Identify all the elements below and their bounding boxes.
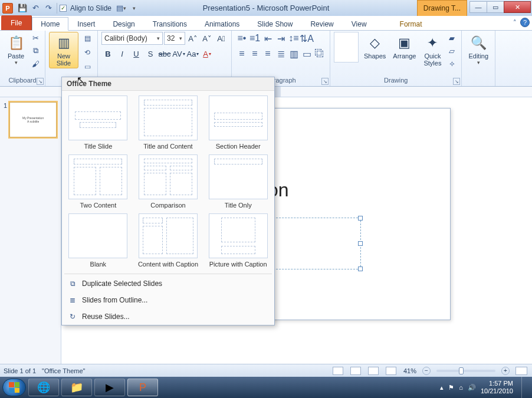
change-case-icon[interactable]: Aa▾ [186, 47, 199, 60]
decrease-indent-icon[interactable]: ⇤ [261, 32, 274, 45]
copy-icon[interactable]: ⧉ [29, 45, 41, 57]
tab-animations[interactable]: Animations [196, 17, 248, 31]
drawing-launcher-icon[interactable]: ↘ [453, 78, 460, 85]
sorter-view-icon[interactable] [350, 367, 361, 375]
quick-styles-button[interactable]: ✦ Quick Styles [420, 32, 445, 68]
shrink-font-icon[interactable]: A˅ [201, 32, 214, 45]
save-icon[interactable]: 💾 [17, 2, 28, 14]
app-icon[interactable]: P [2, 3, 13, 14]
thumbnail[interactable]: My Presentation A subtitle [9, 102, 57, 137]
align-center-icon[interactable]: ≡ [248, 47, 261, 60]
slides-panel[interactable]: 1 My Presentation A subtitle [0, 97, 61, 377]
redo-icon[interactable]: ↷ [42, 2, 54, 14]
layout-title-and-content[interactable]: Title and Content [137, 96, 200, 150]
minimize-button[interactable]: — [469, 1, 487, 13]
bullets-icon[interactable]: ≡• [235, 32, 248, 45]
paste-button[interactable]: 📋 Paste ▾ [4, 32, 28, 67]
justify-icon[interactable]: ≣ [274, 47, 287, 60]
taskbar-ie-icon[interactable]: 🌐 [28, 379, 59, 396]
help-icon[interactable]: ? [520, 18, 530, 27]
numbering-icon[interactable]: ≡1 [248, 32, 261, 45]
tray-flag-icon[interactable]: ⚑ [448, 384, 454, 392]
align-to-slide-checkbox[interactable]: ✓ [60, 5, 67, 12]
clear-format-icon[interactable]: A⃠ [215, 32, 228, 45]
layout-title-slide[interactable]: Title Slide [67, 96, 130, 150]
tab-home[interactable]: Home [32, 17, 68, 31]
shape-outline-icon[interactable]: ▱ [446, 45, 458, 57]
char-spacing-icon[interactable]: AV▾ [172, 47, 185, 60]
zoom-slider-thumb[interactable] [459, 367, 464, 374]
reading-view-icon[interactable] [368, 367, 379, 375]
qat-customize-icon[interactable]: ▾ [128, 2, 140, 14]
layout-blank[interactable]: Blank [67, 213, 130, 268]
align-left-icon[interactable]: ≡ [235, 47, 248, 60]
tray-volume-icon[interactable]: 🔊 [468, 384, 476, 392]
undo-icon[interactable]: ↶ [29, 2, 41, 14]
normal-view-icon[interactable] [333, 367, 343, 375]
close-button[interactable]: ✕ [504, 1, 531, 13]
tray-show-hidden-icon[interactable]: ▴ [440, 384, 444, 392]
tab-review[interactable]: Review [301, 17, 342, 31]
tab-slideshow[interactable]: Slide Show [248, 17, 301, 31]
shape-effects-icon[interactable]: ✧ [446, 58, 458, 70]
menu-duplicate-slides[interactable]: ⧉ Duplicate Selected Slides [62, 275, 274, 292]
selection-handle[interactable] [358, 216, 363, 221]
minimize-ribbon-icon[interactable]: ˄ [513, 19, 517, 27]
paragraph-launcher-icon[interactable]: ↘ [321, 78, 329, 85]
format-painter-icon[interactable]: 🖌 [29, 58, 41, 70]
tab-design[interactable]: Design [104, 17, 143, 31]
clipboard-launcher-icon[interactable]: ↘ [37, 78, 44, 85]
maximize-button[interactable]: ▭ [487, 1, 504, 13]
layout-title-only[interactable]: Title Only [206, 154, 270, 209]
text-direction-icon[interactable]: ⇅A [300, 32, 313, 45]
columns-icon[interactable]: ▥ [287, 47, 300, 60]
layout-icon[interactable]: ▤ [81, 32, 94, 45]
shapes-gallery[interactable] [334, 32, 359, 63]
tray-clock[interactable]: 1:57 PM 10/21/2010 [481, 380, 513, 395]
taskbar-media-icon[interactable]: ▶ [94, 379, 125, 396]
section-icon[interactable]: ▭ [81, 60, 94, 73]
layout-content-with-caption[interactable]: Content with Caption [137, 213, 200, 268]
slide-thumbnail-1[interactable]: 1 My Presentation A subtitle [4, 102, 57, 137]
zoom-slider[interactable] [436, 370, 495, 372]
show-desktop-button[interactable] [521, 377, 527, 398]
tab-format[interactable]: Format [391, 17, 431, 31]
taskbar-explorer-icon[interactable]: 📁 [61, 379, 92, 396]
fit-to-window-icon[interactable] [515, 367, 527, 375]
shapes-button[interactable]: ◇ Shapes [361, 32, 389, 61]
line-spacing-icon[interactable]: ↕≡ [287, 32, 300, 45]
font-size-combo[interactable]: 32 ▾ [164, 32, 185, 45]
layout-two-content[interactable]: Two Content [67, 154, 130, 209]
zoom-out-button[interactable]: − [422, 367, 431, 375]
align-dropdown-icon[interactable]: ▤▾ [115, 2, 127, 14]
font-color-icon[interactable]: A▾ [201, 47, 214, 60]
layout-section-header[interactable]: Section Header [206, 96, 270, 150]
layout-comparison[interactable]: Comparison [137, 154, 200, 209]
smartart-icon[interactable]: ⿻ [313, 47, 326, 60]
reset-icon[interactable]: ⟲ [81, 46, 94, 59]
grow-font-icon[interactable]: A˄ [186, 32, 199, 45]
menu-slides-from-outline[interactable]: ≣ Slides from Outline... [62, 292, 274, 308]
slideshow-view-icon[interactable] [386, 367, 396, 375]
arrange-button[interactable]: ▣ Arrange [390, 32, 419, 61]
italic-button[interactable]: I [116, 47, 129, 60]
align-text-icon[interactable]: ▭ [300, 47, 313, 60]
menu-reuse-slides[interactable]: ↻ Reuse Slides... [62, 308, 274, 325]
start-button[interactable] [2, 379, 26, 396]
tab-file[interactable]: File [1, 15, 32, 30]
bold-button[interactable]: B [101, 47, 114, 60]
editing-button[interactable]: 🔍 Editing ▾ [465, 32, 491, 67]
align-right-icon[interactable]: ≡ [261, 47, 274, 60]
tab-transitions[interactable]: Transitions [144, 17, 196, 31]
cut-icon[interactable]: ✂ [29, 32, 41, 44]
selection-handle[interactable] [358, 241, 363, 246]
tab-insert[interactable]: Insert [68, 17, 104, 31]
zoom-in-button[interactable]: + [501, 367, 510, 375]
tab-view[interactable]: View [343, 17, 376, 31]
increase-indent-icon[interactable]: ⇥ [274, 32, 287, 45]
tray-network-icon[interactable]: ⌂ [459, 384, 463, 391]
selection-handle[interactable] [358, 267, 363, 271]
layout-picture-with-caption[interactable]: Picture with Caption [206, 213, 270, 268]
underline-button[interactable]: U [130, 47, 143, 60]
new-slide-button[interactable]: ▥ New Slide [49, 32, 78, 68]
